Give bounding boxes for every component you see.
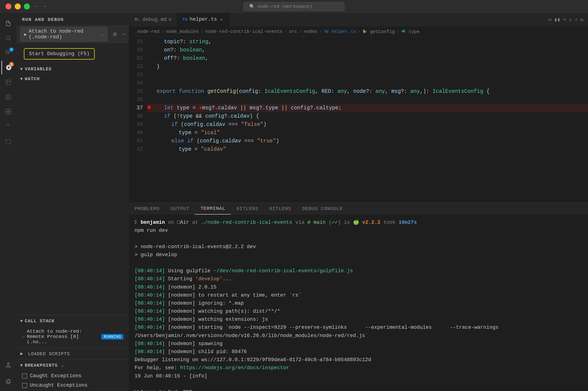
call-stack-item[interactable]: Attach to node-red: Remote Process [0] (… [16,327,129,346]
breadcrumb-src[interactable]: src [289,29,297,34]
breadcrumb-node-modules[interactable]: node_modules [166,29,199,34]
terminal-line-nodemon-4: [08:40:14] [nodemon] watching path(s): d… [135,307,583,315]
activity-extensions[interactable] [1,105,15,118]
start-debug-tooltip[interactable]: Start Debugging (F5) [24,48,95,60]
activity-npm[interactable] [1,134,15,148]
caught-exceptions-item[interactable]: Caught Exceptions [16,371,129,381]
step-over-icon[interactable]: ↷ [563,16,566,23]
breadcrumb-type[interactable]: 👁 type [401,29,420,34]
caught-exceptions-checkbox[interactable] [22,374,27,379]
step-out-icon[interactable]: ⇑ [575,16,578,23]
code-line-31: off?: boolean, [148,54,588,63]
activity-docker[interactable] [1,119,15,133]
titlebar-nav: ← → [35,4,46,9]
split-editor-icon[interactable]: ▭ [548,16,551,23]
terminal-line-prompt:  benjamin on □Air at …/node-red-contrib… [135,218,583,226]
tab-problems[interactable]: PROBLEMS [129,203,165,214]
loaded-scripts-label: Loaded Scripts [28,351,70,357]
code-line-36 [148,96,588,104]
call-stack-content: Attach to node-red: Remote Process [0] (… [16,326,129,347]
tab-bar: M↓ debug.md U TS helper.ts ✕ ▭ ▮▮ ↷ ⇓ ⇑ … [129,13,588,27]
breakpoints-content: Caught Exceptions Uncaught Exceptions [16,370,129,391]
debug-badge: 1 [9,62,14,67]
sidebar-title: Run and Debug [16,13,129,25]
activity-remote[interactable] [1,90,15,104]
terminal-blank-2 [135,259,583,267]
breadcrumb-file[interactable]: TS helper.ts [324,29,356,34]
terminal-line-nodemon-3: [08:40:14] [nodemon] ignoring: *.map [135,299,583,307]
svg-line-5 [9,95,10,96]
call-stack-label: Call Stack [25,318,55,324]
svg-rect-9 [5,112,8,114]
sidebar: Run and Debug ▶ Attach to node-red (.nod… [16,13,129,391]
tab-gitlens-2[interactable]: GITLENS [264,203,297,214]
terminal-blank-1 [135,235,583,243]
debug-gear-button[interactable]: ⚙ [110,30,119,39]
tab-terminal[interactable]: TERMINAL [195,203,231,214]
pause-icon[interactable]: ▮▮ [554,16,560,23]
svg-rect-8 [8,109,11,111]
terminal-blank-3 [135,380,583,388]
code-line-29: topic?: string, [148,38,588,46]
titlebar-search[interactable]: 🔍 node-red (Workspace) [244,2,344,11]
tab-helper-ts-label: helper.ts [190,16,217,22]
svg-line-6 [6,98,7,99]
activity-account[interactable] [1,358,15,372]
watch-section-header[interactable]: ▼ Watch [16,74,129,84]
step-into-icon[interactable]: ⇓ [569,16,572,23]
terminal-line-gulp-1: [08:40:14] Using gulpfile ~/dev/node-red… [135,267,583,275]
breadcrumb-package[interactable]: node-red-contrib-ical-events [205,29,282,34]
breakpoints-label: Breakpoints [25,363,58,368]
tab-gitlens-1[interactable]: GITLENS [231,203,264,214]
debug-config-button[interactable]: ▶ Attach to node-red (.node-red) ⌄ [20,27,107,42]
breadcrumb-sep-6: › [358,29,361,34]
tab-debug-md[interactable]: M↓ debug.md U [129,13,177,26]
search-icon: 🔍 [249,4,255,9]
maximize-button[interactable] [24,3,30,9]
source-control-badge: 8 [9,47,14,52]
search-text: node-red (Workspace) [257,4,312,9]
activity-settings[interactable] [1,375,15,388]
activity-debug[interactable]: 1 [1,61,15,74]
activity-bar: 8 1 [0,13,16,391]
close-button[interactable] [5,3,11,9]
tab-helper-ts[interactable]: TS helper.ts ✕ [177,13,229,26]
breadcrumb-sep-5: › [319,29,322,34]
breadcrumb-nodes[interactable]: nodes [304,29,317,34]
breakpoints-section-header[interactable]: ▼ Breakpoints ⚠ [16,360,129,370]
activity-test[interactable] [1,75,15,89]
code-line-33 [148,71,588,79]
code-line-42: type = "caldav" [148,145,588,153]
debug-more-button[interactable]: ⋯ [122,31,125,37]
uncaught-exceptions-checkbox[interactable] [22,383,27,388]
variables-arrow-icon: ▼ [20,67,23,72]
loaded-scripts-header[interactable]: ► Loaded Scripts [16,349,129,358]
minimize-button[interactable] [15,3,21,9]
tab-output[interactable]: OUTPUT [165,203,195,214]
variables-section-header[interactable]: ▼ Variables [16,64,129,74]
forward-icon[interactable]: → [43,4,46,9]
tab-debug-console[interactable]: DEBUG CONSOLE [297,203,348,214]
call-stack-running-badge: RUNNING [101,334,123,340]
terminal-line-nodemon-2: [08:40:14] [nodemon] to restart at any t… [135,291,583,299]
code-editor[interactable]: 29 30 31 32 33 34 35 36 37 38 39 40 41 4… [129,37,588,203]
line-numbers: 29 30 31 32 33 34 35 36 37 38 39 40 41 4… [129,37,148,203]
breadcrumb-function[interactable]: ⛷ getConfig [363,29,395,34]
debug-config-label: Attach to node-red (.node-red) [29,28,99,40]
terminal-line-info-1: 19 Jun 08:40:15 - [info] [135,372,583,380]
editor-main: 29 30 31 32 33 34 35 36 37 38 39 40 41 4… [129,37,588,391]
terminal-content[interactable]:  benjamin on □Air at …/node-red-contrib… [129,215,588,391]
call-stack-section-header[interactable]: ▼ Call Stack [16,316,129,326]
uncaught-exceptions-item[interactable]: Uncaught Exceptions [16,381,129,390]
breadcrumb-node-red[interactable]: .node-red [135,29,160,34]
code-line-34 [148,79,588,87]
code-line-41: else if (config.caldav === "true") [148,137,588,145]
activity-explorer[interactable] [1,16,15,30]
restart-icon[interactable]: ↻ [581,16,584,23]
tab-modified-indicator: U [169,18,171,22]
activity-source-control[interactable]: 8 [1,46,15,60]
back-icon[interactable]: ← [35,4,38,9]
terminal-line-nodemon-7: [08:40:14] [nodemon] spawning [135,340,583,348]
tab-close-icon[interactable]: ✕ [219,16,224,22]
activity-search[interactable] [1,31,15,45]
